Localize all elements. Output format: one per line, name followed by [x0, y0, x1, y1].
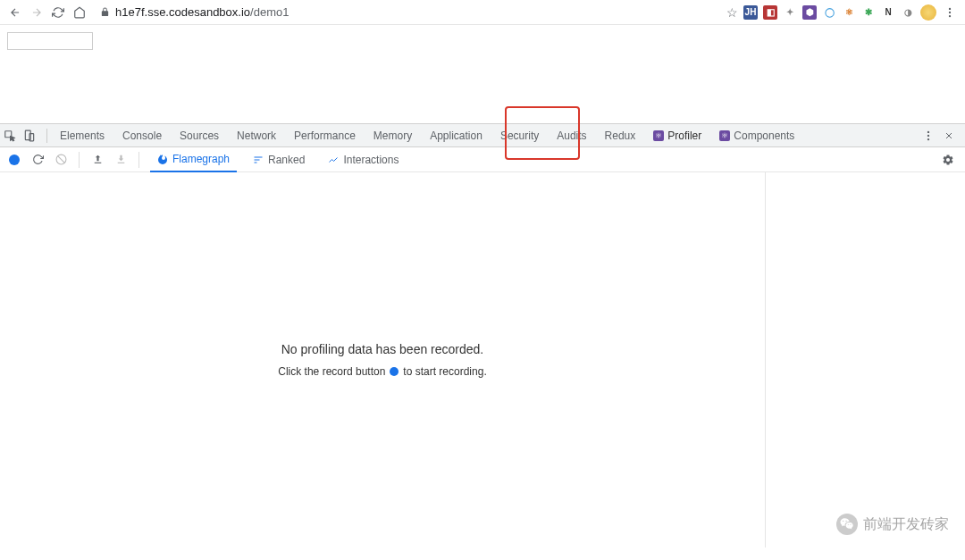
empty-title: No profiling data has been recorded. [281, 342, 483, 356]
svg-point-7 [927, 134, 929, 136]
browser-menu-icon[interactable] [942, 4, 958, 21]
react-icon: ⚛ [653, 130, 664, 141]
separator [46, 129, 47, 143]
tab-security[interactable]: Security [491, 124, 548, 147]
tab-network[interactable]: Network [228, 124, 285, 147]
separator [138, 152, 139, 168]
back-button[interactable] [7, 4, 23, 21]
devtools-tabstrip: ElementsConsoleSourcesNetworkPerformance… [0, 124, 965, 147]
svg-point-2 [949, 14, 951, 16]
profiler-tab-ranked[interactable]: Ranked [246, 147, 312, 172]
reload-profile-button[interactable] [30, 153, 45, 167]
svg-point-6 [927, 130, 929, 132]
bookmark-star-icon[interactable]: ☆ [726, 5, 738, 20]
svg-point-1 [949, 11, 951, 13]
tab-application[interactable]: Application [421, 124, 491, 147]
svg-point-8 [927, 138, 929, 139]
extension-icon-2[interactable]: ✦ [783, 5, 797, 20]
page-content [0, 25, 965, 123]
device-toolbar-icon[interactable] [23, 130, 43, 142]
page-input-placeholder[interactable] [7, 32, 93, 50]
react-icon: ⚛ [719, 130, 730, 141]
ranked-icon [253, 155, 264, 165]
profiler-empty-state: No profiling data has been recorded. Cli… [0, 172, 765, 547]
svg-rect-10 [94, 163, 101, 163]
lock-icon [100, 7, 110, 17]
extension-icon-7[interactable]: N [881, 5, 895, 20]
record-button[interactable] [7, 153, 21, 167]
inspect-element-icon[interactable] [4, 130, 23, 142]
extension-icon-5[interactable]: ⚛ [842, 5, 856, 20]
tab-memory[interactable]: Memory [365, 124, 421, 147]
home-button[interactable] [71, 4, 88, 21]
tab-profiler[interactable]: ⚛ Profiler [644, 124, 710, 147]
extension-icon-1[interactable]: ◧ [763, 5, 777, 20]
extension-icon-8[interactable]: ◑ [901, 5, 915, 20]
profiler-tab-flamegraph[interactable]: Flamegraph [150, 147, 237, 172]
watermark-text: 前端开发砖家 [863, 515, 949, 534]
svg-rect-11 [117, 163, 124, 163]
profile-avatar[interactable] [920, 4, 936, 21]
tab-console[interactable]: Console [113, 124, 171, 147]
svg-point-0 [949, 7, 951, 9]
reload-button[interactable] [50, 4, 66, 21]
empty-subtitle: Click the record button to start recordi… [278, 365, 486, 378]
devtools-panel: ElementsConsoleSourcesNetworkPerformance… [0, 123, 965, 547]
tab-elements[interactable]: Elements [51, 124, 113, 147]
download-profile-button[interactable] [113, 153, 128, 167]
profiler-toolbar: Flamegraph Ranked Interactions [0, 147, 965, 172]
profiler-body: No profiling data has been recorded. Cli… [0, 172, 965, 547]
devtools-close-icon[interactable] [944, 130, 954, 141]
url-text: h1e7f.sse.codesandbox.io/demo1 [115, 5, 289, 19]
wechat-icon [836, 514, 858, 535]
separator [79, 152, 80, 168]
browser-toolbar: h1e7f.sse.codesandbox.io/demo1 ☆ JH◧✦⬢◯⚛… [0, 0, 965, 25]
extension-icon-4[interactable]: ◯ [822, 5, 836, 20]
profiler-tab-interactions[interactable]: Interactions [321, 147, 406, 172]
clear-button[interactable] [54, 153, 68, 167]
tab-redux[interactable]: Redux [596, 124, 645, 147]
tab-audits[interactable]: Audits [548, 124, 595, 147]
extensions-row: JH◧✦⬢◯⚛✱N◑ [743, 5, 915, 20]
profiler-settings-icon[interactable] [942, 154, 958, 166]
flame-icon [157, 154, 168, 164]
upload-profile-button[interactable] [90, 153, 105, 167]
extension-icon-0[interactable]: JH [743, 5, 758, 20]
tab-sources[interactable]: Sources [171, 124, 228, 147]
tab-components[interactable]: ⚛ Components [710, 124, 803, 147]
extension-icon-3[interactable]: ⬢ [802, 5, 817, 20]
tab-performance[interactable]: Performance [285, 124, 365, 147]
interactions-icon [328, 155, 339, 165]
forward-button[interactable] [29, 4, 45, 21]
address-bar[interactable]: h1e7f.sse.codesandbox.io/demo1 [93, 3, 721, 22]
extension-icon-6[interactable]: ✱ [861, 5, 876, 20]
devtools-more-icon[interactable] [922, 130, 935, 142]
record-dot-icon [390, 367, 399, 376]
watermark: 前端开发砖家 [836, 514, 949, 535]
profiler-sidebar [765, 172, 965, 547]
